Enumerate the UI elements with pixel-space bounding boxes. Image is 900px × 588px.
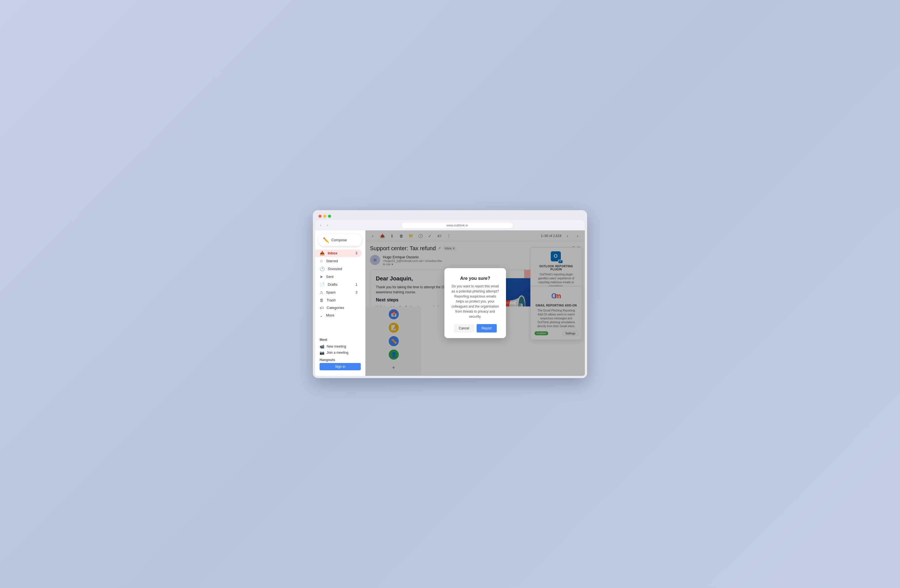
fullscreen-dot[interactable] xyxy=(328,215,331,218)
inbox-icon: 📥 xyxy=(320,251,325,256)
sidebar-label-more: More xyxy=(326,313,334,317)
url-text: www.outthink.io xyxy=(447,223,468,227)
sign-in-button[interactable]: Sign in xyxy=(320,363,361,370)
confirm-modal: Are you sure? Do you want to report this… xyxy=(444,268,506,338)
sidebar-item-sent[interactable]: ➤ Sent xyxy=(315,273,362,281)
sidebar-label-spam: Spam xyxy=(326,290,335,295)
sidebar-item-snoozed[interactable]: 🕐 Snoozed xyxy=(315,265,362,273)
browser-chrome: ‹ › www.outthink.io xyxy=(315,220,585,230)
spam-icon: ⚠ xyxy=(320,290,323,295)
compose-icon: ✏️ xyxy=(323,237,329,243)
sidebar: ✏️ Compose 📥 Inbox 3 ☆ Starred 🕐 Snoozed… xyxy=(315,230,366,376)
more-icon: ⌄ xyxy=(320,313,323,318)
compose-button[interactable]: ✏️ Compose xyxy=(318,234,362,246)
drafts-badge: 1 xyxy=(355,283,357,287)
sidebar-item-trash[interactable]: 🗑 Trash xyxy=(315,296,362,304)
sidebar-label-categories: Categories xyxy=(327,306,344,310)
app-container: ✏️ Compose 📥 Inbox 3 ☆ Starred 🕐 Snoozed… xyxy=(315,230,585,376)
new-meeting-item[interactable]: 📹 New meeting xyxy=(320,343,361,349)
trash-icon: 🗑 xyxy=(320,298,324,303)
sidebar-item-drafts[interactable]: 📄 Drafts 1 xyxy=(315,281,362,289)
forward-button[interactable]: › xyxy=(324,222,330,228)
minimize-dot[interactable] xyxy=(323,215,326,218)
modal-body: Do you want to report this email as a po… xyxy=(451,284,499,319)
sidebar-label-trash: Trash xyxy=(327,298,336,302)
sidebar-label-sent: Sent xyxy=(326,275,334,279)
screen-wrapper: ‹ › www.outthink.io ✏️ Compose 📥 Inbox 3… xyxy=(313,210,587,378)
snoozed-icon: 🕐 xyxy=(320,267,325,272)
sidebar-label-inbox: Inbox xyxy=(328,251,337,255)
sign-in-label: Sign in xyxy=(335,365,345,369)
report-button[interactable]: Report xyxy=(476,324,497,332)
join-meeting-item[interactable]: 📷 Join a meeting xyxy=(320,349,361,356)
sidebar-item-spam[interactable]: ⚠ Spam 3 xyxy=(315,289,362,296)
sidebar-bottom: Meet 📹 New meeting 📷 Join a meeting Hang… xyxy=(315,335,365,373)
sidebar-item-more[interactable]: ⌄ More xyxy=(315,312,362,319)
sidebar-item-categories[interactable]: 🏷 Categories xyxy=(315,304,362,312)
join-meeting-label: Join a meeting xyxy=(327,351,348,355)
join-icon: 📷 xyxy=(320,351,324,355)
modal-overlay: Are you sure? Do you want to report this… xyxy=(366,230,585,376)
star-icon: ☆ xyxy=(320,259,323,264)
url-bar[interactable]: www.outthink.io xyxy=(401,222,513,229)
modal-title: Are you sure? xyxy=(451,276,499,281)
compose-label: Compose xyxy=(331,238,347,242)
modal-buttons: Cancel Report xyxy=(451,324,499,332)
drafts-icon: 📄 xyxy=(320,282,325,287)
sidebar-item-starred[interactable]: ☆ Starred xyxy=(315,257,362,265)
video-icon: 📹 xyxy=(320,344,324,349)
main-content: ‹ 📥 ℹ 🗑 📁 🕐 ✓ 🏷 ⋮ 1–50 of 2,619 ‹ › xyxy=(366,230,585,376)
cancel-button[interactable]: Cancel xyxy=(454,324,474,332)
sidebar-item-inbox[interactable]: 📥 Inbox 3 xyxy=(315,249,362,257)
title-bar xyxy=(315,213,585,220)
sidebar-label-snoozed: Snoozed xyxy=(328,267,342,271)
categories-icon: 🏷 xyxy=(320,305,324,310)
sent-icon: ➤ xyxy=(320,274,323,279)
inbox-badge: 3 xyxy=(355,251,357,255)
hangouts-label: Hangouts xyxy=(320,358,361,362)
spam-badge: 3 xyxy=(355,290,357,295)
sidebar-label-starred: Starred xyxy=(326,259,338,263)
sidebar-label-drafts: Drafts xyxy=(328,282,337,287)
new-meeting-label: New meeting xyxy=(327,344,346,348)
back-button[interactable]: ‹ xyxy=(318,222,323,228)
browser-nav: ‹ › xyxy=(318,222,330,228)
meet-label: Meet xyxy=(320,338,361,342)
close-dot[interactable] xyxy=(318,215,321,218)
